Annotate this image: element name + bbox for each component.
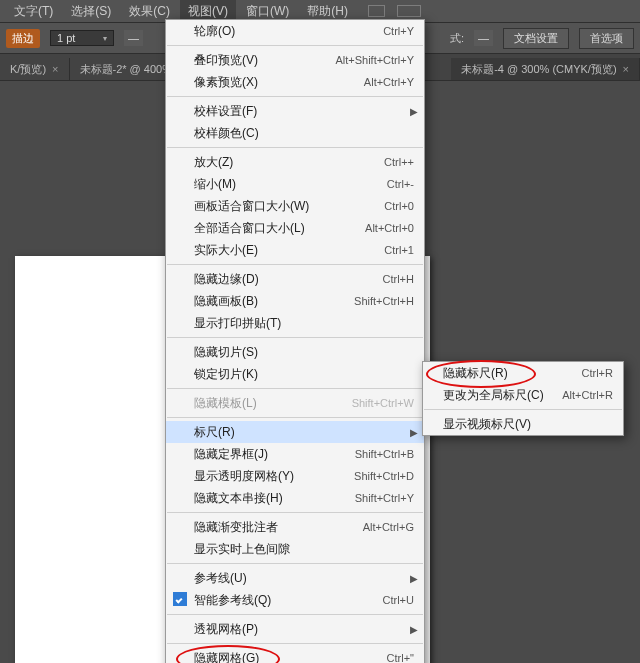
menu-select[interactable]: 选择(S) <box>63 0 119 23</box>
menu-shortcut: Ctrl++ <box>384 156 414 168</box>
menu-separator <box>167 614 423 615</box>
stroke-dash-select[interactable]: — <box>124 30 143 46</box>
menu-item[interactable]: 隐藏定界框(J)Shift+Ctrl+B <box>166 443 424 465</box>
menu-item[interactable]: 画板适合窗口大小(W)Ctrl+0 <box>166 195 424 217</box>
style-label: 式: <box>450 31 464 46</box>
menu-item[interactable]: 轮廓(O)Ctrl+Y <box>166 20 424 42</box>
stroke-weight-input[interactable]: 1 pt▾ <box>50 30 114 46</box>
menu-shortcut: Ctrl+- <box>387 178 414 190</box>
menu-shortcut: Shift+Ctrl+W <box>352 397 414 409</box>
ruler-submenu: 隐藏标尺(R)Ctrl+R更改为全局标尺(C)Alt+Ctrl+R显示视频标尺(… <box>422 361 624 436</box>
menu-shortcut: Ctrl+R <box>582 367 613 379</box>
submenu-item[interactable]: 隐藏标尺(R)Ctrl+R <box>423 362 623 384</box>
layout-icon[interactable] <box>368 5 385 17</box>
menu-item[interactable]: 隐藏切片(S) <box>166 341 424 363</box>
menu-item[interactable]: 缩小(M)Ctrl+- <box>166 173 424 195</box>
menu-item-label: 实际大小(E) <box>194 242 258 259</box>
menu-item-label: 放大(Z) <box>194 154 233 171</box>
menu-item[interactable]: 智能参考线(Q)Ctrl+U <box>166 589 424 611</box>
menu-item[interactable]: 显示透明度网格(Y)Shift+Ctrl+D <box>166 465 424 487</box>
menu-separator <box>167 337 423 338</box>
menu-shortcut: Alt+Ctrl+R <box>562 389 613 401</box>
prefs-button[interactable]: 首选项 <box>579 28 634 49</box>
menu-item: 隐藏模板(L)Shift+Ctrl+W <box>166 392 424 414</box>
menu-item-label: 校样设置(F) <box>194 103 257 120</box>
menu-item-label: 隐藏切片(S) <box>194 344 258 361</box>
menu-item[interactable]: 放大(Z)Ctrl++ <box>166 151 424 173</box>
menu-shortcut: Shift+Ctrl+H <box>354 295 414 307</box>
style-select[interactable]: — <box>474 30 493 46</box>
menu-item-label: 像素预览(X) <box>194 74 258 91</box>
close-tab-icon[interactable]: × <box>623 63 629 75</box>
menu-item-label: 参考线(U) <box>194 570 247 587</box>
menu-shortcut: Ctrl+U <box>383 594 414 606</box>
arrange-icon[interactable] <box>397 5 421 17</box>
menu-item[interactable]: 锁定切片(K) <box>166 363 424 385</box>
menu-separator <box>167 643 423 644</box>
menu-item[interactable]: 隐藏边缘(D)Ctrl+H <box>166 268 424 290</box>
menu-shortcut: Alt+Ctrl+0 <box>365 222 414 234</box>
menu-separator <box>167 45 423 46</box>
menu-text[interactable]: 文字(T) <box>6 0 61 23</box>
menu-item[interactable]: 显示实时上色间隙 <box>166 538 424 560</box>
menu-item-label: 透视网格(P) <box>194 621 258 638</box>
menu-item[interactable]: 隐藏画板(B)Shift+Ctrl+H <box>166 290 424 312</box>
menu-item[interactable]: 全部适合窗口大小(L)Alt+Ctrl+0 <box>166 217 424 239</box>
menu-separator <box>167 388 423 389</box>
menu-separator <box>424 409 622 410</box>
menu-item[interactable]: 隐藏网格(G)Ctrl+" <box>166 647 424 663</box>
submenu-item[interactable]: 更改为全局标尺(C)Alt+Ctrl+R <box>423 384 623 406</box>
menu-item[interactable]: 显示打印拼贴(T) <box>166 312 424 334</box>
menu-item[interactable]: 参考线(U)▶ <box>166 567 424 589</box>
doc-tab-label: 未标题-4 @ 300% (CMYK/预览) <box>461 62 616 77</box>
doc-tab-1[interactable]: K/预览)× <box>0 58 70 80</box>
submenu-item-label: 隐藏标尺(R) <box>443 365 508 382</box>
menu-item-label: 全部适合窗口大小(L) <box>194 220 305 237</box>
stroke-weight-value: 1 pt <box>57 32 75 44</box>
menu-shortcut: Ctrl+H <box>383 273 414 285</box>
menu-item[interactable]: 校样颜色(C) <box>166 122 424 144</box>
menu-item-label: 显示透明度网格(Y) <box>194 468 294 485</box>
menu-separator <box>167 417 423 418</box>
menu-separator <box>167 264 423 265</box>
menu-shortcut: Alt+Shift+Ctrl+Y <box>335 54 414 66</box>
menu-item-label: 标尺(R) <box>194 424 235 441</box>
menu-item-label: 隐藏模板(L) <box>194 395 257 412</box>
menu-item-label: 隐藏网格(G) <box>194 650 259 664</box>
menu-item[interactable]: 校样设置(F)▶ <box>166 100 424 122</box>
menu-item-label: 隐藏定界框(J) <box>194 446 268 463</box>
menu-item-label: 锁定切片(K) <box>194 366 258 383</box>
doc-settings-button[interactable]: 文档设置 <box>503 28 569 49</box>
check-icon <box>173 592 187 606</box>
menu-item[interactable]: 实际大小(E)Ctrl+1 <box>166 239 424 261</box>
menu-shortcut: Ctrl+1 <box>384 244 414 256</box>
view-menu-dropdown: 轮廓(O)Ctrl+Y叠印预览(V)Alt+Shift+Ctrl+Y像素预览(X… <box>165 19 425 663</box>
submenu-item-label: 更改为全局标尺(C) <box>443 387 544 404</box>
menu-item[interactable]: 隐藏渐变批注者Alt+Ctrl+G <box>166 516 424 538</box>
stroke-chip[interactable]: 描边 <box>6 29 40 48</box>
doc-tab-label: K/预览) <box>10 62 46 77</box>
menu-item-label: 缩小(M) <box>194 176 236 193</box>
menu-item[interactable]: 像素预览(X)Alt+Ctrl+Y <box>166 71 424 93</box>
menu-item[interactable]: 透视网格(P)▶ <box>166 618 424 640</box>
menu-separator <box>167 512 423 513</box>
submenu-arrow-icon: ▶ <box>410 573 418 584</box>
menu-item-label: 隐藏渐变批注者 <box>194 519 278 536</box>
menu-shortcut: Shift+Ctrl+Y <box>355 492 414 504</box>
menu-item-label: 隐藏文本串接(H) <box>194 490 283 507</box>
doc-tab-3[interactable]: 未标题-4 @ 300% (CMYK/预览)× <box>451 58 640 80</box>
menu-item[interactable]: 隐藏文本串接(H)Shift+Ctrl+Y <box>166 487 424 509</box>
menu-item[interactable]: 标尺(R)▶ <box>166 421 424 443</box>
menu-shortcut: Alt+Ctrl+Y <box>364 76 414 88</box>
menu-item[interactable]: 叠印预览(V)Alt+Shift+Ctrl+Y <box>166 49 424 71</box>
menu-item-label: 智能参考线(Q) <box>194 592 271 609</box>
menu-shortcut: Shift+Ctrl+B <box>355 448 414 460</box>
submenu-item-label: 显示视频标尺(V) <box>443 416 531 433</box>
menu-item-label: 画板适合窗口大小(W) <box>194 198 309 215</box>
close-tab-icon[interactable]: × <box>52 63 58 75</box>
menu-item-label: 轮廓(O) <box>194 23 235 40</box>
dropdown-icon: ▾ <box>103 34 107 43</box>
submenu-item[interactable]: 显示视频标尺(V) <box>423 413 623 435</box>
doc-tab-label: 未标题-2* @ 400% ( <box>80 62 179 77</box>
menu-item-label: 隐藏画板(B) <box>194 293 258 310</box>
